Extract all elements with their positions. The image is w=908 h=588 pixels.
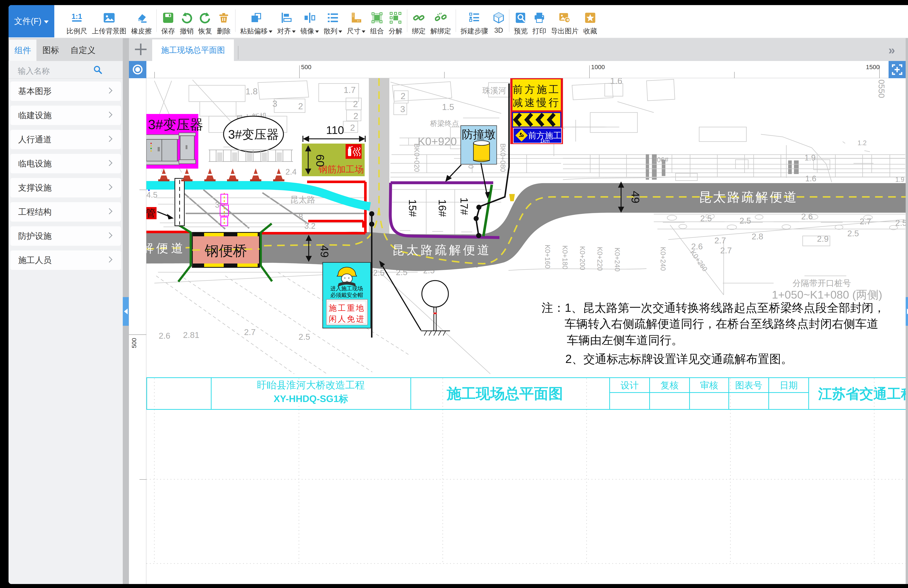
toolbar-delete-button[interactable]: 删除 <box>214 5 233 37</box>
cad-bg-label: 珠溪河 <box>482 86 506 95</box>
title-col-date: 日期 <box>779 380 798 390</box>
transformer-block: 3#变压器 <box>147 114 203 169</box>
road-label-right: 昆太路疏解便道 <box>699 190 798 204</box>
component-search[interactable]: 输入名称 <box>8 61 123 79</box>
file-menu-button[interactable]: 文件(F) <box>8 5 54 37</box>
cad-bg-label: BK0+020 <box>413 143 420 172</box>
sidebar-item-0[interactable]: 基本图形 <box>10 82 121 101</box>
toolbar-undo-button[interactable]: 撤销 <box>177 5 196 37</box>
sidebar-item-5[interactable]: 工程结构 <box>10 202 121 222</box>
chevron-right-icon <box>106 184 113 190</box>
toolbar-scale-button[interactable]: 1:1 比例尺 <box>64 5 90 37</box>
chevron-right-icon <box>106 87 113 94</box>
spot-elevation: 2.7 <box>715 236 726 245</box>
spot-elevation: 1.9 <box>895 176 904 183</box>
site-plan-drawing[interactable]: 昆山新机机械厂桥梁终点K0+920珠溪河昆太路BK0+020BK0+040BK0… <box>147 78 906 584</box>
ruler-origin-button[interactable] <box>129 61 147 78</box>
ruler-label: 500 <box>301 64 311 71</box>
tab-document[interactable]: 施工现场总平面图 <box>152 39 234 61</box>
worker-text-1: 进入施工现场 <box>330 286 363 291</box>
toolbar-preview-button[interactable]: 预览 <box>512 5 530 37</box>
spot-elevation: 2.4 <box>285 167 296 176</box>
chevron-down-icon <box>269 31 272 33</box>
worker-red-2: 闲人免进 <box>329 314 365 323</box>
component-accordion: 基本图形临建设施人行通道临电设施支撑设施工程结构防护设施施工人员 <box>8 82 123 275</box>
star-icon <box>584 11 596 25</box>
dim-49-right-label: 49 <box>629 191 642 204</box>
sidebar-item-6[interactable]: 防护设施 <box>10 226 121 246</box>
title-org: 江苏省交通工程 <box>818 386 906 402</box>
toolbar-separator <box>509 10 509 32</box>
tab-components[interactable]: 组件 <box>9 39 37 61</box>
cad-bg-label: K0+920 <box>418 135 457 148</box>
spot-elevation: 2 <box>401 91 406 101</box>
spot-elevation: 2 <box>353 99 358 109</box>
mirror-icon <box>304 11 316 25</box>
align-icon <box>280 11 292 25</box>
new-tab-button[interactable] <box>135 43 147 55</box>
tab-custom[interactable]: 自定义 <box>65 39 101 61</box>
toolbar-item-label: 撤销 <box>180 26 193 36</box>
toolbar-export-image-button[interactable]: 导出图片 <box>549 5 581 37</box>
toolbar-align-button[interactable]: 对齐 <box>275 5 298 37</box>
toolbar-item-label: 3D <box>494 26 503 34</box>
worker-red-1: 施工重地 <box>329 304 365 312</box>
cad-bg-label: K0+260 <box>689 249 709 273</box>
component-sidebar: 组件 图标 自定义 输入名称 基本图形临建设施人行通道临电设施支撑设施工程结构防… <box>8 38 123 584</box>
toolbar-item-label: 橡皮擦 <box>131 26 152 36</box>
sidebar-item-2[interactable]: 人行通道 <box>10 130 121 149</box>
toolbar-redo-button[interactable]: 恢复 <box>196 5 214 37</box>
collapse-right-handle[interactable] <box>906 297 908 326</box>
pier-15: 15# <box>407 199 419 217</box>
spot-elevation: 1.6 <box>610 78 622 86</box>
title-project: 盱眙县淮河大桥改造工程 <box>257 379 365 390</box>
sidebar-item-1[interactable]: 临建设施 <box>10 106 121 125</box>
dim-110-label: 110 <box>326 124 344 136</box>
toolbar-3d-button[interactable]: 3D <box>491 5 507 37</box>
spot-elevation: 1.9 <box>805 153 816 162</box>
spot-elevation: 2.5 <box>847 229 859 238</box>
search-icon[interactable] <box>93 65 102 75</box>
toolbar-print-button[interactable]: 打印 <box>530 5 549 37</box>
toolbar-item-label: 粘贴偏移 <box>240 26 272 36</box>
toolbar-group-button[interactable]: 组合 <box>368 5 386 37</box>
toolbar-paste-offset-button[interactable]: 粘贴偏移 <box>238 5 275 37</box>
toolbar-steps-button[interactable]: 拆建步骤 <box>458 5 491 37</box>
link-icon <box>413 11 425 25</box>
sidebar-item-7[interactable]: 施工人员 <box>10 251 121 270</box>
toolbar-save-button[interactable]: 保存 <box>159 5 177 37</box>
fit-icon <box>889 61 906 78</box>
spot-elevation: 3.2 <box>304 222 316 230</box>
toolbar-scatter-button[interactable]: 散列 <box>321 5 345 37</box>
toolbar-ungroup-button[interactable]: 分解 <box>386 5 405 37</box>
horizontal-ruler[interactable]: 500 1000 1500 <box>147 61 906 78</box>
toolbar-eraser-button[interactable]: 橡皮擦 <box>129 5 154 37</box>
worker-text-2: 必须戴安全帽 <box>330 292 363 298</box>
svg-text:1:1: 1:1 <box>72 12 82 20</box>
spot-elevation: 2.5 <box>700 214 712 223</box>
toolbar-mirror-button[interactable]: 镜像 <box>298 5 321 37</box>
collapse-left-handle[interactable] <box>123 297 129 326</box>
sidebar-item-4[interactable]: 支撑设施 <box>10 178 121 198</box>
save-icon <box>163 11 174 25</box>
spot-elevation: 2 <box>353 111 358 121</box>
sidebar-item-label: 施工人员 <box>18 255 52 266</box>
vertical-ruler[interactable]: 500 <box>129 78 147 584</box>
toolbar-upload-bg-button[interactable]: 上传背景图 <box>90 5 129 37</box>
toolbar-favorite-button[interactable]: 收藏 <box>581 5 599 37</box>
toolbar-item-label: 恢复 <box>198 26 212 36</box>
toolbar-dimension-button[interactable]: 尺寸 <box>345 5 368 37</box>
origin-icon <box>133 64 143 74</box>
toolbar-unbind-button[interactable]: 解绑定 <box>428 5 454 37</box>
spot-elevation: 2.5 <box>739 216 751 225</box>
cube-icon <box>493 11 504 25</box>
spot-elevation: 2.6 <box>159 331 170 341</box>
cad-bg-label: K0+240 <box>659 247 667 271</box>
sidebar-item-3[interactable]: 临电设施 <box>10 154 121 174</box>
preview-icon <box>515 11 526 25</box>
list-icon <box>327 11 339 25</box>
fit-to-screen-button[interactable] <box>889 61 906 78</box>
toolbar-bind-button[interactable]: 绑定 <box>409 5 428 37</box>
expand-tabs-icon[interactable]: » <box>889 43 892 57</box>
tab-icons[interactable]: 图标 <box>37 39 65 61</box>
